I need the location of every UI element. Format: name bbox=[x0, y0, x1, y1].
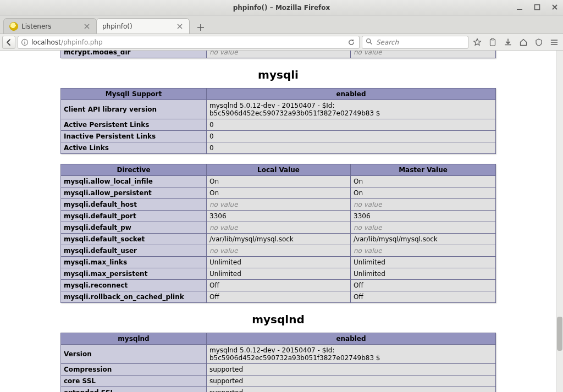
tab-close-button[interactable] bbox=[83, 23, 91, 30]
bookmark-star-button[interactable] bbox=[472, 37, 483, 48]
table-cell: Unlimited bbox=[207, 257, 351, 268]
table-header-row: MysqlI Support enabled bbox=[61, 89, 496, 100]
pocket-button[interactable] bbox=[533, 37, 544, 48]
table-cell: Inactive Persistent Links bbox=[61, 131, 207, 142]
svg-point-3 bbox=[24, 40, 25, 41]
table-cell: On bbox=[351, 187, 496, 199]
table-row: Active Links0 bbox=[61, 142, 496, 154]
table-cell: mysqli.max_links bbox=[61, 257, 207, 268]
th-mysqli-support: MysqlI Support bbox=[61, 89, 207, 100]
tab-phpinfo[interactable]: phpinfo() bbox=[96, 18, 190, 34]
plus-icon bbox=[197, 24, 205, 31]
home-icon bbox=[519, 38, 528, 47]
table-cell: Off bbox=[351, 280, 496, 291]
tab-close-button[interactable] bbox=[176, 23, 184, 30]
table-cell: Compression bbox=[61, 364, 207, 376]
th-enabled: enabled bbox=[207, 333, 496, 345]
url-text: localhost/phpinfo.php bbox=[31, 38, 344, 46]
section-heading-mysqli: mysqli bbox=[60, 68, 496, 81]
table-row: mysqli.default_socket/var/lib/mysql/mysq… bbox=[61, 234, 496, 245]
table-mcrypt-directives-tail: mcrypt.algorithms_dirno valueno valuemcr… bbox=[60, 51, 496, 58]
table-row: mysqli.max_persistentUnlimitedUnlimited bbox=[61, 268, 496, 280]
table-cell: Unlimited bbox=[351, 268, 496, 280]
table-cell: core SSL bbox=[61, 376, 207, 387]
table-cell: Active Links bbox=[61, 142, 207, 154]
table-header-row: Directive Local Value Master Value bbox=[61, 164, 496, 176]
table-cell: extended SSL bbox=[61, 387, 207, 393]
downloads-button[interactable] bbox=[503, 37, 514, 48]
search-bar[interactable]: Search bbox=[362, 36, 468, 49]
url-path: /phpinfo.php bbox=[61, 38, 103, 46]
table-row: Inactive Persistent Links0 bbox=[61, 131, 496, 142]
home-button[interactable] bbox=[518, 37, 529, 48]
table-cell: mysqli.default_pw bbox=[61, 222, 207, 234]
url-bar[interactable]: localhost/phpinfo.php bbox=[18, 36, 360, 49]
th-master-value: Master Value bbox=[351, 164, 496, 176]
table-row: mysqli.max_linksUnlimitedUnlimited bbox=[61, 257, 496, 268]
menu-button[interactable] bbox=[549, 37, 560, 48]
th-local-value: Local Value bbox=[207, 164, 351, 176]
table-cell: Off bbox=[207, 291, 351, 303]
table-cell: no value bbox=[207, 199, 351, 211]
table-cell: no value bbox=[351, 51, 496, 58]
info-icon bbox=[21, 38, 29, 46]
scrollbar-track[interactable] bbox=[556, 51, 563, 392]
table-cell: Active Persistent Links bbox=[61, 119, 207, 131]
window-maximize-button[interactable] bbox=[531, 2, 543, 13]
window-close-button[interactable] bbox=[549, 2, 561, 13]
library-button[interactable] bbox=[487, 37, 498, 48]
table-cell: Client API library version bbox=[61, 100, 207, 119]
table-row: Active Persistent Links0 bbox=[61, 119, 496, 131]
table-cell: no value bbox=[351, 222, 496, 234]
back-button[interactable] bbox=[2, 36, 15, 49]
table-cell: 3306 bbox=[351, 211, 496, 222]
table-mysqlnd: mysqlnd enabled Versionmysqlnd 5.0.12-de… bbox=[60, 333, 496, 392]
new-tab-button[interactable] bbox=[192, 21, 209, 34]
close-icon bbox=[84, 24, 90, 29]
table-row: mysqli.allow_persistentOnOn bbox=[61, 187, 496, 199]
favicon-icon bbox=[9, 22, 18, 31]
reload-icon bbox=[347, 38, 355, 46]
window-titlebar: phpinfo() – Mozilla Firefox bbox=[0, 0, 563, 15]
table-cell: supported bbox=[207, 376, 496, 387]
table-cell: On bbox=[207, 176, 351, 187]
scrollbar-thumb[interactable] bbox=[557, 317, 562, 351]
tab-label: phpinfo() bbox=[102, 23, 176, 30]
table-cell: On bbox=[351, 176, 496, 187]
star-icon bbox=[473, 38, 482, 47]
reload-button[interactable] bbox=[346, 37, 357, 48]
table-cell: mysqli.max_persistent bbox=[61, 268, 207, 280]
tab-listeners[interactable]: Listeners bbox=[3, 18, 97, 34]
minimize-icon bbox=[516, 4, 523, 10]
window-minimize-button[interactable] bbox=[514, 2, 526, 13]
url-host: localhost bbox=[31, 38, 61, 46]
table-cell: 0 bbox=[207, 131, 496, 142]
table-row: core SSLsupported bbox=[61, 376, 496, 387]
tab-label: Listeners bbox=[21, 23, 83, 30]
table-row: Compressionsupported bbox=[61, 364, 496, 376]
table-cell: no value bbox=[351, 245, 496, 257]
toolbar-right bbox=[471, 37, 561, 48]
th-mysqlnd: mysqlnd bbox=[61, 333, 207, 345]
table-cell: no value bbox=[351, 199, 496, 211]
tab-strip: Listeners phpinfo() bbox=[0, 15, 563, 34]
table-cell: Version bbox=[61, 345, 207, 364]
table-mysqli-support: MysqlI Support enabled Client API librar… bbox=[60, 88, 496, 154]
table-row: mysqli.rollback_on_cached_plinkOffOff bbox=[61, 291, 496, 303]
svg-point-5 bbox=[367, 38, 371, 42]
table-cell: 0 bbox=[207, 119, 496, 131]
table-row: mysqli.default_pwno valueno value bbox=[61, 222, 496, 234]
hamburger-icon bbox=[550, 38, 559, 47]
svg-rect-7 bbox=[492, 38, 494, 40]
maximize-icon bbox=[534, 4, 540, 10]
site-identity-icon[interactable] bbox=[20, 38, 29, 47]
table-cell: Off bbox=[207, 280, 351, 291]
table-cell: mysqli.allow_local_infile bbox=[61, 176, 207, 187]
table-cell: no value bbox=[207, 51, 351, 58]
table-cell: 0 bbox=[207, 142, 496, 154]
table-row: Client API library versionmysqlnd 5.0.12… bbox=[61, 100, 496, 119]
table-row: mysqli.default_hostno valueno value bbox=[61, 199, 496, 211]
table-cell: mysqlnd 5.0.12-dev - 20150407 - $Id: b5c… bbox=[207, 345, 496, 364]
table-cell: mysqli.default_port bbox=[61, 211, 207, 222]
table-row: extended SSLsupported bbox=[61, 387, 496, 393]
